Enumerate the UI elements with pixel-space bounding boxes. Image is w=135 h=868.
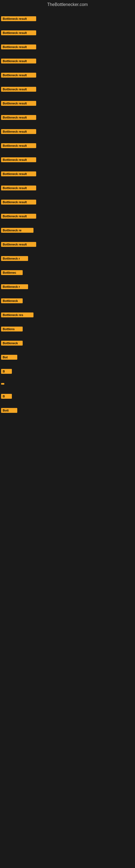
bottleneck-badge[interactable]: Bottleneck result	[1, 115, 36, 120]
bottleneck-list: Bottleneck resultBottleneck resultBottle…	[0, 9, 135, 414]
list-item: Bottleneck res	[0, 311, 135, 319]
list-item: Bot	[0, 353, 135, 361]
bottleneck-badge[interactable]: Bottleneck result	[1, 214, 36, 219]
list-item: Bottlens	[0, 325, 135, 333]
list-item: Bottleneck result	[0, 85, 135, 93]
list-item: Bottleneck r	[0, 283, 135, 291]
list-item: Bott	[0, 406, 135, 414]
list-item	[0, 381, 135, 386]
bottleneck-badge[interactable]: Bottleneck result	[1, 87, 36, 92]
site-title-text: TheBottlenecker.com	[47, 2, 88, 7]
bottleneck-badge[interactable]: Bottleneck r	[1, 256, 28, 261]
list-item: Bottleneck result	[0, 14, 135, 23]
list-item: Bottleneck result	[0, 198, 135, 206]
list-item: Bottleneck result	[0, 99, 135, 107]
bottleneck-badge[interactable]: Bottleneck res	[1, 312, 34, 317]
list-item: Bottleneck	[0, 297, 135, 305]
list-item: Bottleneck result	[0, 29, 135, 37]
list-item: Bottleneck r	[0, 254, 135, 262]
list-item: Bottleneck result	[0, 212, 135, 220]
bottleneck-badge[interactable]: Bottleneck re	[1, 228, 34, 233]
bottleneck-badge[interactable]	[1, 383, 4, 384]
bottleneck-badge[interactable]: B	[1, 394, 12, 399]
list-item: Bottleneck	[0, 339, 135, 347]
bottleneck-badge[interactable]: Bottleneck	[1, 341, 23, 346]
bottleneck-badge[interactable]: Bottleneck result	[1, 59, 36, 63]
bottleneck-badge[interactable]: Bottleneck result	[1, 16, 36, 21]
bottleneck-badge[interactable]: Bottleneck result	[1, 172, 36, 176]
list-item: B	[0, 367, 135, 375]
list-item: Bottleneck result	[0, 156, 135, 164]
bottleneck-badge[interactable]: Bottleneck result	[1, 101, 36, 106]
bottleneck-badge[interactable]: Bottleneck result	[1, 199, 36, 205]
bottleneck-badge[interactable]: Bottleneck result	[1, 73, 36, 78]
bottleneck-badge[interactable]: Bottleneck r	[1, 284, 28, 289]
list-item: Bottleneck re	[0, 226, 135, 235]
bottleneck-badge[interactable]: Bottleneck result	[1, 157, 36, 162]
list-item: Bottleneck result	[0, 142, 135, 150]
list-item: Bottleneck result	[0, 113, 135, 122]
bottleneck-badge[interactable]: Bottleneck result	[1, 186, 36, 190]
bottleneck-badge[interactable]: Bott	[1, 408, 17, 413]
list-item: Bottleneck result	[0, 184, 135, 192]
list-item: Bottleneck result	[0, 71, 135, 79]
bottleneck-badge[interactable]: Bottleneck result	[1, 143, 36, 148]
list-item: Bottleneck result	[0, 127, 135, 135]
bottleneck-badge[interactable]: Bot	[1, 355, 17, 360]
list-item: Bottleneck result	[0, 57, 135, 65]
bottleneck-badge[interactable]: Bottleneck	[1, 299, 23, 303]
list-item: Bottleneck result	[0, 170, 135, 178]
bottleneck-badge[interactable]: Bottlens	[1, 327, 23, 332]
list-item: Bottleneck result	[0, 43, 135, 51]
site-title: TheBottlenecker.com	[0, 0, 135, 9]
bottleneck-badge[interactable]: Bottleneck result	[1, 129, 36, 134]
bottleneck-badge[interactable]: Bottleneck result	[1, 242, 36, 247]
bottleneck-badge[interactable]: Bottleneck result	[1, 30, 36, 35]
bottleneck-badge[interactable]: Bottleneck result	[1, 44, 36, 50]
list-item: Bottleneck result	[0, 240, 135, 248]
list-item: B	[0, 392, 135, 400]
bottleneck-badge[interactable]: B	[1, 369, 12, 374]
bottleneck-badge[interactable]: Bottlenec	[1, 270, 23, 275]
list-item: Bottlenec	[0, 269, 135, 277]
